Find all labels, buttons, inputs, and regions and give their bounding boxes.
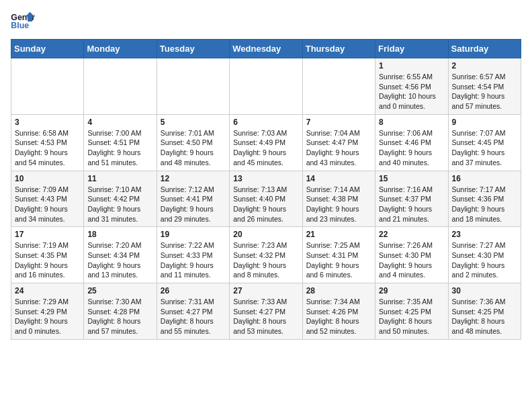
calendar-table: SundayMondayTuesdayWednesdayThursdayFrid… bbox=[11, 39, 521, 340]
day-number: 24 bbox=[15, 286, 80, 295]
day-number: 20 bbox=[233, 230, 298, 239]
logo: General Blue bbox=[11, 11, 35, 31]
day-number: 11 bbox=[87, 174, 152, 183]
day-cell bbox=[230, 58, 302, 115]
day-info: Sunrise: 7:06 AM Sunset: 4:46 PM Dayligh… bbox=[379, 128, 444, 168]
day-info: Sunrise: 7:29 AM Sunset: 4:29 PM Dayligh… bbox=[15, 297, 80, 336]
day-number: 14 bbox=[306, 174, 371, 183]
day-number: 6 bbox=[233, 118, 298, 127]
day-number: 8 bbox=[379, 118, 444, 127]
day-cell: 5Sunrise: 7:01 AM Sunset: 4:50 PM Daylig… bbox=[157, 114, 229, 171]
day-info: Sunrise: 7:17 AM Sunset: 4:36 PM Dayligh… bbox=[452, 185, 517, 224]
day-cell: 11Sunrise: 7:10 AM Sunset: 4:42 PM Dayli… bbox=[84, 171, 157, 227]
day-cell: 10Sunrise: 7:09 AM Sunset: 4:43 PM Dayli… bbox=[11, 171, 84, 227]
day-info: Sunrise: 7:12 AM Sunset: 4:41 PM Dayligh… bbox=[161, 185, 226, 224]
day-cell: 3Sunrise: 6:58 AM Sunset: 4:53 PM Daylig… bbox=[11, 114, 84, 171]
header-cell-friday: Friday bbox=[375, 40, 448, 58]
day-number: 27 bbox=[233, 286, 298, 295]
day-cell: 27Sunrise: 7:33 AM Sunset: 4:27 PM Dayli… bbox=[230, 283, 302, 340]
day-info: Sunrise: 7:01 AM Sunset: 4:50 PM Dayligh… bbox=[161, 128, 226, 168]
day-info: Sunrise: 7:31 AM Sunset: 4:27 PM Dayligh… bbox=[161, 297, 226, 336]
day-cell: 4Sunrise: 7:00 AM Sunset: 4:51 PM Daylig… bbox=[84, 114, 157, 171]
day-cell: 22Sunrise: 7:26 AM Sunset: 4:30 PM Dayli… bbox=[375, 227, 448, 283]
day-info: Sunrise: 7:04 AM Sunset: 4:47 PM Dayligh… bbox=[306, 128, 371, 168]
logo-icon: General Blue bbox=[11, 11, 35, 31]
week-row-2: 10Sunrise: 7:09 AM Sunset: 4:43 PM Dayli… bbox=[11, 171, 521, 227]
day-info: Sunrise: 7:10 AM Sunset: 4:42 PM Dayligh… bbox=[87, 185, 152, 224]
day-number: 12 bbox=[161, 174, 226, 183]
day-cell bbox=[11, 58, 84, 115]
day-info: Sunrise: 7:03 AM Sunset: 4:49 PM Dayligh… bbox=[233, 128, 298, 168]
day-number: 18 bbox=[87, 230, 152, 239]
day-cell: 2Sunrise: 6:57 AM Sunset: 4:54 PM Daylig… bbox=[448, 58, 521, 115]
day-cell: 12Sunrise: 7:12 AM Sunset: 4:41 PM Dayli… bbox=[157, 171, 229, 227]
day-info: Sunrise: 7:36 AM Sunset: 4:25 PM Dayligh… bbox=[452, 297, 517, 336]
day-info: Sunrise: 6:58 AM Sunset: 4:53 PM Dayligh… bbox=[15, 128, 80, 168]
day-info: Sunrise: 6:57 AM Sunset: 4:54 PM Dayligh… bbox=[452, 72, 517, 111]
day-number: 16 bbox=[452, 174, 517, 183]
week-row-4: 24Sunrise: 7:29 AM Sunset: 4:29 PM Dayli… bbox=[11, 283, 521, 340]
day-number: 7 bbox=[306, 118, 371, 127]
day-number: 29 bbox=[379, 286, 444, 295]
calendar-body: 1Sunrise: 6:55 AM Sunset: 4:56 PM Daylig… bbox=[11, 58, 521, 340]
day-info: Sunrise: 7:16 AM Sunset: 4:37 PM Dayligh… bbox=[379, 185, 444, 224]
day-cell: 19Sunrise: 7:22 AM Sunset: 4:33 PM Dayli… bbox=[157, 227, 229, 283]
day-cell: 17Sunrise: 7:19 AM Sunset: 4:35 PM Dayli… bbox=[11, 227, 84, 283]
day-info: Sunrise: 7:33 AM Sunset: 4:27 PM Dayligh… bbox=[233, 297, 298, 336]
day-cell: 23Sunrise: 7:27 AM Sunset: 4:30 PM Dayli… bbox=[448, 227, 521, 283]
day-cell: 25Sunrise: 7:30 AM Sunset: 4:28 PM Dayli… bbox=[84, 283, 157, 340]
day-cell: 8Sunrise: 7:06 AM Sunset: 4:46 PM Daylig… bbox=[375, 114, 448, 171]
day-number: 22 bbox=[379, 230, 444, 239]
day-cell: 16Sunrise: 7:17 AM Sunset: 4:36 PM Dayli… bbox=[448, 171, 521, 227]
day-cell: 15Sunrise: 7:16 AM Sunset: 4:37 PM Dayli… bbox=[375, 171, 448, 227]
header-cell-monday: Monday bbox=[84, 40, 157, 58]
day-info: Sunrise: 7:23 AM Sunset: 4:32 PM Dayligh… bbox=[233, 240, 298, 280]
day-info: Sunrise: 7:25 AM Sunset: 4:31 PM Dayligh… bbox=[306, 240, 371, 280]
day-info: Sunrise: 7:34 AM Sunset: 4:26 PM Dayligh… bbox=[306, 297, 371, 336]
day-cell: 24Sunrise: 7:29 AM Sunset: 4:29 PM Dayli… bbox=[11, 283, 84, 340]
day-number: 26 bbox=[161, 286, 226, 295]
header-cell-sunday: Sunday bbox=[11, 40, 84, 58]
day-number: 30 bbox=[452, 286, 517, 295]
day-cell: 18Sunrise: 7:20 AM Sunset: 4:34 PM Dayli… bbox=[84, 227, 157, 283]
day-cell bbox=[157, 58, 229, 115]
day-number: 15 bbox=[379, 174, 444, 183]
day-cell: 14Sunrise: 7:14 AM Sunset: 4:38 PM Dayli… bbox=[302, 171, 375, 227]
day-cell: 21Sunrise: 7:25 AM Sunset: 4:31 PM Dayli… bbox=[302, 227, 375, 283]
day-number: 10 bbox=[15, 174, 80, 183]
day-cell: 29Sunrise: 7:35 AM Sunset: 4:25 PM Dayli… bbox=[375, 283, 448, 340]
day-number: 28 bbox=[306, 286, 371, 295]
day-number: 9 bbox=[452, 118, 517, 127]
day-cell: 30Sunrise: 7:36 AM Sunset: 4:25 PM Dayli… bbox=[448, 283, 521, 340]
day-cell: 20Sunrise: 7:23 AM Sunset: 4:32 PM Dayli… bbox=[230, 227, 302, 283]
day-cell: 26Sunrise: 7:31 AM Sunset: 4:27 PM Dayli… bbox=[157, 283, 229, 340]
day-number: 17 bbox=[15, 230, 80, 239]
day-info: Sunrise: 7:27 AM Sunset: 4:30 PM Dayligh… bbox=[452, 240, 517, 280]
header-cell-tuesday: Tuesday bbox=[157, 40, 229, 58]
header-row: SundayMondayTuesdayWednesdayThursdayFrid… bbox=[11, 40, 521, 58]
day-info: Sunrise: 7:26 AM Sunset: 4:30 PM Dayligh… bbox=[379, 240, 444, 280]
day-info: Sunrise: 7:09 AM Sunset: 4:43 PM Dayligh… bbox=[15, 185, 80, 224]
day-number: 23 bbox=[452, 230, 517, 239]
day-number: 21 bbox=[306, 230, 371, 239]
day-cell bbox=[302, 58, 375, 115]
week-row-0: 1Sunrise: 6:55 AM Sunset: 4:56 PM Daylig… bbox=[11, 58, 521, 115]
day-info: Sunrise: 6:55 AM Sunset: 4:56 PM Dayligh… bbox=[379, 72, 444, 111]
header-cell-thursday: Thursday bbox=[302, 40, 375, 58]
header-cell-saturday: Saturday bbox=[448, 40, 521, 58]
day-info: Sunrise: 7:00 AM Sunset: 4:51 PM Dayligh… bbox=[87, 128, 152, 168]
day-info: Sunrise: 7:14 AM Sunset: 4:38 PM Dayligh… bbox=[306, 185, 371, 224]
header: General Blue bbox=[11, 11, 521, 31]
day-number: 25 bbox=[87, 286, 152, 295]
header-cell-wednesday: Wednesday bbox=[230, 40, 302, 58]
day-cell: 7Sunrise: 7:04 AM Sunset: 4:47 PM Daylig… bbox=[302, 114, 375, 171]
day-info: Sunrise: 7:19 AM Sunset: 4:35 PM Dayligh… bbox=[15, 240, 80, 280]
day-number: 2 bbox=[452, 61, 517, 71]
day-info: Sunrise: 7:30 AM Sunset: 4:28 PM Dayligh… bbox=[87, 297, 152, 336]
day-info: Sunrise: 7:07 AM Sunset: 4:45 PM Dayligh… bbox=[452, 128, 517, 168]
week-row-3: 17Sunrise: 7:19 AM Sunset: 4:35 PM Dayli… bbox=[11, 227, 521, 283]
day-info: Sunrise: 7:13 AM Sunset: 4:40 PM Dayligh… bbox=[233, 185, 298, 224]
day-number: 3 bbox=[15, 118, 80, 127]
svg-text:Blue: Blue bbox=[11, 21, 29, 30]
day-cell: 6Sunrise: 7:03 AM Sunset: 4:49 PM Daylig… bbox=[230, 114, 302, 171]
